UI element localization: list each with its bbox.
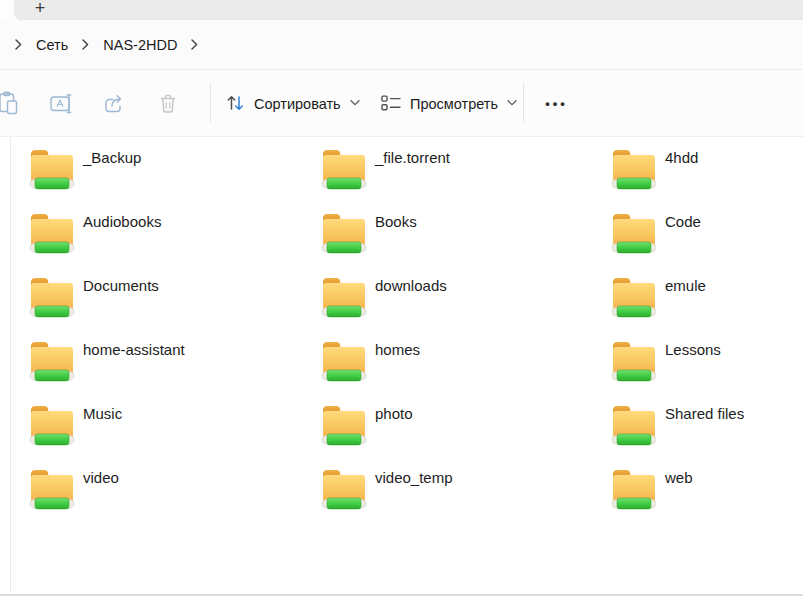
folder-label: Shared files: [665, 405, 744, 422]
breadcrumb-chevron-icon[interactable]: [82, 39, 89, 50]
folder-icon: [320, 339, 367, 383]
sort-arrows-up-down-icon: [226, 94, 245, 113]
folder-item[interactable]: Code: [610, 211, 701, 275]
folder-item[interactable]: downloads: [320, 275, 447, 339]
folder-icon: [28, 211, 75, 255]
folder-icon: [28, 403, 75, 447]
folder-item[interactable]: Shared files: [610, 403, 744, 467]
folder-label: Lessons: [665, 341, 721, 358]
folder-item[interactable]: video: [28, 467, 119, 531]
folder-label: Music: [83, 405, 122, 422]
folder-icon: [28, 147, 75, 191]
ellipsis-icon: •••: [542, 96, 568, 111]
tab-strip: +: [0, 0, 803, 20]
more-options-button[interactable]: •••: [533, 84, 577, 122]
folder-item[interactable]: Audiobooks: [28, 211, 161, 275]
toolbar-divider: [523, 84, 524, 122]
view-list-icon: [381, 95, 401, 112]
folder-grid: _Backup _file.torrent 4hdd: [28, 147, 803, 531]
folder-item[interactable]: Lessons: [610, 339, 721, 403]
folder-icon: [28, 275, 75, 319]
folder-item[interactable]: _Backup: [28, 147, 141, 211]
folder-icon: [610, 211, 657, 255]
rename-button[interactable]: [42, 83, 82, 123]
folder-item[interactable]: photo: [320, 403, 413, 467]
view-button-label: Просмотреть: [410, 95, 498, 111]
command-toolbar: Сортировать Просмотреть •••: [0, 70, 803, 137]
address-bar: Сеть NAS-2HDD: [0, 20, 803, 70]
share-icon: [104, 93, 126, 114]
tab-bar-background: [14, 0, 803, 21]
sort-button[interactable]: Сортировать: [216, 85, 370, 122]
chevron-down-icon: [507, 100, 517, 107]
paste-button[interactable]: [0, 83, 28, 123]
folder-label: downloads: [375, 277, 447, 294]
folder-icon: [610, 339, 657, 383]
folder-icon: [320, 147, 367, 191]
sort-button-label: Сортировать: [254, 95, 341, 111]
new-tab-button[interactable]: +: [30, 0, 50, 19]
folder-item[interactable]: home-assistant: [28, 339, 185, 403]
folder-item[interactable]: 4hdd: [610, 147, 698, 211]
folder-icon: [610, 147, 657, 191]
folder-label: web: [665, 469, 693, 486]
folder-icon: [320, 403, 367, 447]
folder-icon: [610, 275, 657, 319]
folder-label: Audiobooks: [83, 213, 161, 230]
folder-label: homes: [375, 341, 420, 358]
folder-item[interactable]: emule: [610, 275, 706, 339]
folder-label: _Backup: [83, 149, 141, 166]
folder-icon: [610, 403, 657, 447]
breadcrumb-chevron-icon[interactable]: [15, 39, 22, 50]
folder-item[interactable]: Music: [28, 403, 122, 467]
clipboard-paste-icon: [0, 91, 20, 115]
delete-button[interactable]: [148, 83, 188, 123]
folder-item[interactable]: web: [610, 467, 693, 531]
file-list-area: _Backup _file.torrent 4hdd: [0, 137, 803, 596]
folder-item[interactable]: _file.torrent: [320, 147, 450, 211]
folder-label: home-assistant: [83, 341, 185, 358]
folder-item[interactable]: Documents: [28, 275, 159, 339]
folder-label: Books: [375, 213, 417, 230]
chevron-down-icon: [350, 100, 360, 107]
folder-item[interactable]: video_temp: [320, 467, 453, 531]
folder-icon: [28, 339, 75, 383]
share-button[interactable]: [95, 83, 135, 123]
folder-label: video: [83, 469, 119, 486]
folder-icon: [320, 275, 367, 319]
nav-pane-divider: [10, 137, 11, 592]
trash-icon: [158, 93, 178, 114]
toolbar-divider: [210, 84, 211, 122]
breadcrumb-chevron-icon[interactable]: [191, 39, 198, 50]
folder-icon: [610, 467, 657, 511]
folder-label: photo: [375, 405, 413, 422]
rename-icon: [50, 93, 75, 114]
folder-item[interactable]: Books: [320, 211, 417, 275]
breadcrumb-item[interactable]: Сеть: [28, 32, 76, 58]
folder-label: Code: [665, 213, 701, 230]
folder-label: 4hdd: [665, 149, 698, 166]
folder-label: _file.torrent: [375, 149, 450, 166]
folder-item[interactable]: homes: [320, 339, 420, 403]
breadcrumb: Сеть NAS-2HDD: [9, 20, 204, 69]
folder-icon: [320, 211, 367, 255]
folder-label: emule: [665, 277, 706, 294]
folder-icon: [320, 467, 367, 511]
folder-icon: [28, 467, 75, 511]
view-button[interactable]: Просмотреть: [371, 86, 527, 121]
folder-label: video_temp: [375, 469, 453, 486]
folder-label: Documents: [83, 277, 159, 294]
breadcrumb-item[interactable]: NAS-2HDD: [95, 32, 185, 58]
